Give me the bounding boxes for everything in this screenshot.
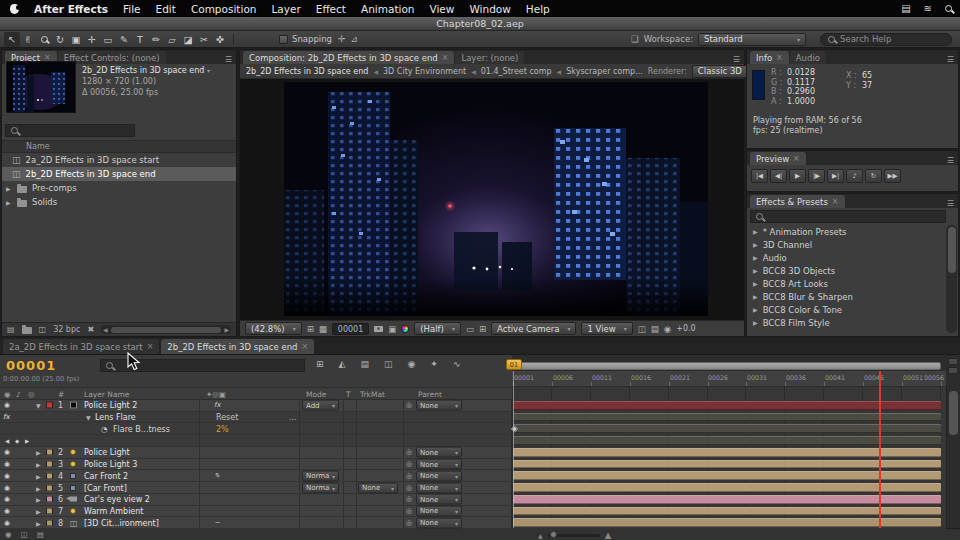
menu-edit[interactable]: Edit: [156, 3, 176, 15]
effects-category[interactable]: ▶3D Channel: [747, 238, 947, 251]
camera-tool-icon[interactable]: ▣: [68, 32, 84, 47]
label-color-chip[interactable]: [46, 496, 53, 503]
parent-dropdown[interactable]: None▾: [416, 494, 462, 505]
expand-inout-icon[interactable]: ▤: [37, 530, 44, 539]
project-item-comp-2b[interactable]: ◫ 2b_2D Effects in 3D space end: [2, 167, 236, 181]
brush-tool-icon[interactable]: ✏: [148, 32, 164, 47]
twirl-icon[interactable]: ▶: [36, 519, 41, 526]
current-time-indicator-line[interactable]: [513, 371, 514, 528]
comp-button[interactable]: [948, 367, 958, 374]
search-help-input[interactable]: Search Help: [820, 33, 952, 46]
effects-category[interactable]: ▶BCC8 3D Objects: [747, 264, 947, 277]
timeline-layer-row-3[interactable]: ◉ ▶ 3 Police Light 3 ◎ None▾: [0, 459, 946, 471]
type-tool-icon[interactable]: T: [132, 32, 148, 47]
exposure-value[interactable]: +0.0: [676, 324, 695, 333]
effects-category[interactable]: ▶BCC8 Color & Tone: [747, 303, 947, 316]
parent-dropdown[interactable]: None▾: [416, 447, 462, 458]
current-time-display[interactable]: 00001: [6, 358, 56, 373]
keyframe-navigator-icons[interactable]: ◀ ◆ ▶: [5, 438, 31, 444]
tab-info[interactable]: Info×: [750, 51, 789, 64]
work-area-bar[interactable]: [514, 362, 941, 370]
eye-icon[interactable]: ◉: [4, 460, 10, 468]
eye-icon[interactable]: ◉: [4, 507, 10, 515]
parent-dropdown[interactable]: None▾: [416, 505, 462, 516]
twirl-icon[interactable]: ▶: [753, 254, 758, 261]
layer-name[interactable]: [3D Cit...ironment]: [84, 518, 159, 527]
safe-areas-icon[interactable]: ⊞: [307, 324, 314, 334]
camera-dropdown[interactable]: Active Camera▾: [491, 322, 576, 335]
timeline-layer-row-2[interactable]: ◉ ▶ 2 Police Light ◎ None▾: [0, 447, 946, 459]
comp-marker-button[interactable]: [948, 358, 958, 365]
effects-search-input[interactable]: [750, 210, 946, 223]
menu-composition[interactable]: Composition: [191, 3, 257, 15]
eye-icon[interactable]: ◉: [4, 484, 10, 492]
twirl-icon[interactable]: ▶: [753, 228, 758, 235]
timeline-vertical-scrollbar[interactable]: [946, 387, 960, 528]
tab-composition[interactable]: Composition: 2b_2D Effects in 3D space e…: [243, 51, 454, 64]
breadcrumb-item[interactable]: Skyscraper comp...: [566, 67, 643, 76]
parent-dropdown[interactable]: None▾: [416, 470, 462, 481]
layer-duration-bar[interactable]: [513, 448, 941, 457]
eye-icon[interactable]: ◉: [4, 495, 10, 503]
pickwhip-icon[interactable]: ◎: [406, 472, 412, 480]
twirl-icon[interactable]: ▶: [753, 267, 758, 274]
mask-shape-tool-icon[interactable]: ▭: [100, 32, 116, 47]
label-color-chip[interactable]: [46, 484, 53, 491]
effect-reset-link[interactable]: Reset: [216, 413, 238, 422]
layer-track[interactable]: [512, 470, 946, 481]
transparency-grid-icon[interactable]: ⊞: [479, 324, 486, 334]
pickwhip-icon[interactable]: ◎: [406, 460, 412, 468]
hand-tool-icon[interactable]: ✌: [20, 32, 36, 47]
eye-icon[interactable]: ◉: [4, 472, 10, 480]
property-value[interactable]: 2%: [216, 424, 229, 433]
effects-category[interactable]: ▶Audio: [747, 251, 947, 264]
snapshot-icon[interactable]: [374, 326, 383, 332]
pan-behind-tool-icon[interactable]: ✛: [84, 32, 100, 47]
effects-category[interactable]: ▶BCC8 Art Looks: [747, 277, 947, 290]
scroll-left-icon[interactable]: ◀: [103, 326, 108, 333]
timeline-ruler[interactable]: 00001 00006 00011 00016 00021 00026 0003…: [512, 371, 946, 387]
layer-name[interactable]: [Car Front]: [84, 483, 127, 492]
roto-brush-tool-icon[interactable]: ✂: [196, 32, 212, 47]
twirl-icon[interactable]: ▶: [753, 241, 758, 248]
zoom-tool-icon[interactable]: [36, 32, 52, 47]
composition-mini-flowchart-icon[interactable]: ⊞: [316, 359, 324, 369]
property-track[interactable]: [512, 423, 946, 434]
composition-viewport[interactable]: [240, 79, 744, 320]
label-color-chip[interactable]: [46, 519, 53, 526]
menu-animation[interactable]: Animation: [361, 3, 415, 15]
playback-position-line[interactable]: [879, 371, 881, 528]
panel-menu-icon[interactable]: ☰: [733, 55, 740, 64]
last-frame-button[interactable]: ▶|: [827, 169, 844, 183]
app-menu[interactable]: After Effects: [34, 3, 108, 15]
property-track[interactable]: [512, 435, 946, 446]
parent-dropdown[interactable]: None▾: [416, 482, 462, 493]
layer-duration-bar[interactable]: [513, 483, 941, 492]
close-icon[interactable]: ×: [776, 53, 783, 62]
parent-dropdown[interactable]: None▾: [416, 517, 462, 528]
layer-duration-bar[interactable]: [513, 471, 941, 480]
menu-layer[interactable]: Layer: [271, 3, 300, 15]
display-status-icon[interactable]: ▤: [901, 3, 910, 14]
apple-menu-icon[interactable]: [10, 4, 19, 14]
effect-property-row[interactable]: ◔ Flare B...tness 2%: [0, 423, 946, 435]
close-icon[interactable]: ×: [793, 154, 800, 163]
draft-3d-icon[interactable]: ◭: [339, 359, 346, 369]
parent-dropdown[interactable]: None▾: [416, 459, 462, 470]
stopwatch-icon[interactable]: ◔: [101, 424, 108, 433]
layer-track[interactable]: [512, 517, 946, 528]
pixel-aspect-icon[interactable]: ◫: [638, 324, 646, 334]
collapse-switch-icon[interactable]: −: [214, 519, 220, 527]
close-icon[interactable]: ×: [442, 53, 449, 62]
timeline-tab-2a[interactable]: 2a_2D Effects in 3D space start×: [3, 339, 159, 354]
effects-category[interactable]: ▶BCC8 Film Style: [747, 316, 947, 329]
pickwhip-icon[interactable]: ◎: [406, 401, 412, 409]
timeline-tab-2b[interactable]: 2b_2D Effects in 3D space end×: [161, 339, 314, 354]
hide-shy-layers-icon[interactable]: ▤: [360, 359, 369, 369]
menu-view[interactable]: View: [430, 3, 455, 15]
interpret-footage-icon[interactable]: ▤: [7, 325, 15, 334]
bit-depth-toggle[interactable]: 32 bpc: [53, 325, 80, 334]
layer-duration-bar[interactable]: [513, 401, 941, 410]
effects-category[interactable]: ▶* Animation Presets: [747, 225, 947, 238]
label-color-chip[interactable]: [46, 507, 53, 514]
